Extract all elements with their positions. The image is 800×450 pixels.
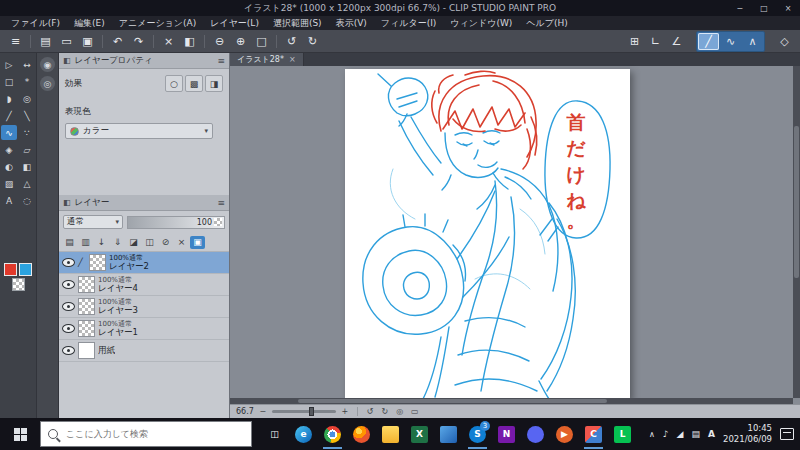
- eraser-tool[interactable]: ▱: [19, 142, 35, 157]
- menu-window[interactable]: ウィンドウ(W): [443, 16, 519, 30]
- expression-color-select[interactable]: カラー ▾: [65, 123, 213, 139]
- new-layer-button[interactable]: ▤: [62, 236, 77, 249]
- layer-row[interactable]: 100%通常 レイヤー1: [59, 318, 229, 340]
- apply-mask-button[interactable]: ◫: [142, 236, 157, 249]
- transfer-down-button[interactable]: ↓: [94, 236, 109, 249]
- start-button[interactable]: [0, 418, 40, 450]
- status-rotate-right-button[interactable]: ↻: [379, 406, 391, 417]
- vertical-scrollbar[interactable]: [793, 66, 800, 398]
- task-view-button[interactable]: ◫: [260, 419, 289, 449]
- selection-tool[interactable]: □: [1, 74, 17, 89]
- redo-button[interactable]: ↷: [129, 33, 148, 50]
- layer-color-icon[interactable]: ◨: [205, 75, 223, 92]
- status-fit-screen-button[interactable]: ▭: [409, 406, 421, 417]
- zoom-in-button[interactable]: ⊕: [231, 33, 250, 50]
- taskbar-app-discord[interactable]: [521, 419, 550, 449]
- pencil-tool[interactable]: ╲: [19, 108, 35, 123]
- zoom-out-button[interactable]: ⊖: [210, 33, 229, 50]
- taskbar-app-onenote[interactable]: N: [492, 419, 521, 449]
- panel-menu-button[interactable]: ≡: [217, 56, 225, 66]
- vertical-scrollbar-thumb[interactable]: [794, 126, 799, 279]
- menu-layer[interactable]: レイヤー(L): [203, 16, 266, 30]
- layer-thumbnail[interactable]: [78, 298, 95, 315]
- visibility-eye-icon[interactable]: [62, 302, 75, 311]
- horizontal-scrollbar-thumb[interactable]: [298, 399, 608, 403]
- auto-select-tool[interactable]: *: [19, 74, 35, 89]
- layer-thumbnail[interactable]: [78, 320, 95, 337]
- document-tab[interactable]: イラスト28* ×: [230, 53, 304, 66]
- layer-row[interactable]: 100%通常 レイヤー4: [59, 274, 229, 296]
- menu-animation[interactable]: アニメーション(A): [112, 16, 203, 30]
- save-button[interactable]: ▣: [78, 33, 97, 50]
- quick-access-icon[interactable]: ◉: [40, 57, 55, 72]
- fill-tool[interactable]: ◧: [19, 159, 35, 174]
- maximize-button[interactable]: □: [752, 0, 776, 16]
- status-rotate-left-button[interactable]: ↺: [364, 406, 376, 417]
- figure-tool[interactable]: △: [19, 176, 35, 191]
- taskbar-app-firefox[interactable]: [347, 419, 376, 449]
- taskbar-clock[interactable]: 10:45 2021/06/09: [723, 423, 772, 445]
- minimize-button[interactable]: ─: [728, 0, 752, 16]
- menu-filter[interactable]: フィルター(I): [374, 16, 444, 30]
- polyline-tool-button[interactable]: ∧: [742, 33, 763, 50]
- taskbar-app-edge[interactable]: e: [289, 419, 318, 449]
- gradient-tool[interactable]: ▨: [1, 176, 17, 191]
- transparent-color-swatch[interactable]: [12, 278, 25, 291]
- snap-angle-button[interactable]: ∠: [667, 33, 686, 50]
- balloon-tool[interactable]: ◌: [19, 193, 35, 208]
- zoom-tool[interactable]: ◎: [19, 91, 35, 106]
- status-reset-view-button[interactable]: ◎: [394, 406, 406, 417]
- taskbar-search[interactable]: [40, 421, 252, 447]
- line-tool-button[interactable]: ╱: [698, 33, 719, 50]
- menu-view[interactable]: 表示(V): [329, 16, 374, 30]
- merge-down-button[interactable]: ⇓: [110, 236, 125, 249]
- opacity-slider[interactable]: 100: [127, 216, 225, 229]
- text-tool[interactable]: A: [1, 193, 17, 208]
- visibility-eye-icon[interactable]: [62, 258, 75, 267]
- create-mask-button[interactable]: ◪: [126, 236, 141, 249]
- lock-pixels-button[interactable]: ⊘: [158, 236, 173, 249]
- layer-color-button[interactable]: ▣: [190, 236, 205, 249]
- visibility-eye-icon[interactable]: [62, 280, 75, 289]
- status-zoom-in-button[interactable]: +: [339, 406, 351, 417]
- canvas[interactable]: 首 だ け ね 。: [345, 69, 630, 399]
- layer-row[interactable]: 100%通常 レイヤー3: [59, 296, 229, 318]
- taskbar-app-clip-studio[interactable]: C: [579, 419, 608, 449]
- onedrive-icon[interactable]: ▤: [692, 429, 701, 439]
- layer-row-paper[interactable]: 用紙: [59, 340, 229, 362]
- taskbar-app-skype[interactable]: S3: [463, 419, 492, 449]
- brush-tool[interactable]: ∿: [1, 125, 17, 140]
- menu-edit[interactable]: 編集(E): [67, 16, 112, 30]
- zoom-slider[interactable]: [272, 410, 336, 413]
- panel-menu-button[interactable]: ≡: [217, 198, 225, 208]
- undo-button[interactable]: ↶: [108, 33, 127, 50]
- paper-thumbnail[interactable]: [78, 342, 95, 359]
- grid-button[interactable]: ⊞: [625, 33, 644, 50]
- open-file-button[interactable]: ▭: [57, 33, 76, 50]
- taskbar-app-excel[interactable]: X: [405, 419, 434, 449]
- layer-row[interactable]: ╱ 100%通常 レイヤー2: [59, 252, 229, 274]
- music-tray-icon[interactable]: ♪: [663, 429, 669, 439]
- airbrush-tool[interactable]: ∵: [19, 125, 35, 140]
- taskbar-app-line[interactable]: L: [608, 419, 637, 449]
- curve-tool-button[interactable]: ∿: [720, 33, 741, 50]
- figure-tool-button[interactable]: ◇: [775, 33, 794, 50]
- tone-icon[interactable]: ▩: [185, 75, 203, 92]
- taskbar-app-photos[interactable]: [434, 419, 463, 449]
- menu-file[interactable]: ファイル(F): [4, 16, 67, 30]
- sub-color-swatch[interactable]: [19, 263, 32, 276]
- decoration-tool[interactable]: ◈: [1, 142, 17, 157]
- status-zoom-out-button[interactable]: −: [257, 406, 269, 417]
- close-button[interactable]: ×: [776, 0, 800, 16]
- sub-view-icon[interactable]: ◎: [40, 76, 55, 91]
- menu-help[interactable]: ヘルプ(H): [519, 16, 574, 30]
- tab-close-icon[interactable]: ×: [289, 55, 296, 64]
- main-color-swatch[interactable]: [4, 263, 17, 276]
- snap-ruler-button[interactable]: ∟: [646, 33, 665, 50]
- taskbar-app-chrome[interactable]: [318, 419, 347, 449]
- new-folder-button[interactable]: ▥: [78, 236, 93, 249]
- blend-mode-select[interactable]: 通常 ▾: [63, 215, 123, 229]
- taskbar-app-media-player[interactable]: ▶: [550, 419, 579, 449]
- search-input[interactable]: [64, 428, 244, 440]
- main-menu-button[interactable]: ≡: [6, 33, 25, 50]
